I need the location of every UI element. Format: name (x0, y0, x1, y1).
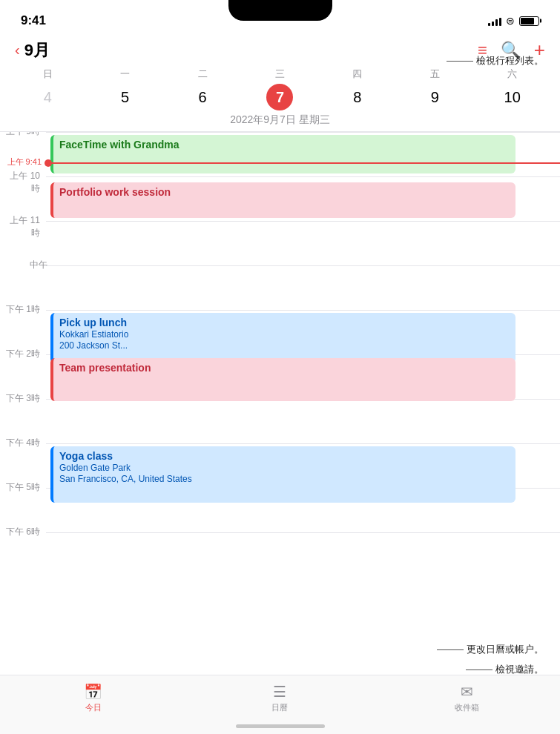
day-col-fri[interactable]: 五 9 (416, 67, 453, 110)
phone-frame: 9:41 ⊜ ‹ 9月 ≡ 🔍 + 日 4 (0, 0, 560, 734)
inbox-icon: ✉ (461, 683, 473, 701)
day-label-sat: 六 (507, 67, 517, 81)
timeline[interactable]: 上午 9時 上午 10時 上午 11時 中午 下午 1時 (0, 132, 560, 562)
notch (228, 0, 332, 21)
wifi-icon: ⊜ (506, 15, 515, 27)
event-yoga-detail1: Golden Gate Park (59, 463, 510, 473)
home-indicator (236, 724, 325, 728)
tab-inbox-label: 收件箱 (455, 702, 479, 713)
tab-inbox[interactable]: ✉ 收件箱 (437, 683, 496, 713)
tab-today[interactable]: 📅 今日 (64, 683, 123, 713)
day-col-wed[interactable]: 三 7 (261, 67, 298, 110)
event-team[interactable]: Team presentation (50, 358, 515, 401)
battery-icon (519, 16, 539, 26)
status-time: 9:41 (21, 13, 46, 28)
day-col-sun[interactable]: 日 4 (29, 67, 66, 110)
day-label-tue: 二 (198, 67, 208, 81)
status-icons: ⊜ (488, 15, 539, 27)
add-event-icon[interactable]: + (534, 39, 545, 62)
date-subtitle: 2022年9月7日 星期三 (0, 113, 560, 127)
day-label-wed: 三 (275, 67, 285, 81)
calendar-icon: ☰ (273, 683, 286, 701)
day-num-5: 5 (112, 84, 139, 110)
day-num-10: 10 (499, 84, 526, 110)
event-portfolio[interactable]: Portfolio work session (50, 182, 515, 218)
day-num-9: 9 (421, 84, 448, 110)
day-num-4: 4 (34, 84, 61, 110)
day-col-sat[interactable]: 六 10 (494, 67, 531, 110)
signal-icon (488, 16, 501, 26)
event-portfolio-title: Portfolio work session (59, 186, 510, 198)
event-facetime[interactable]: FaceTime with Grandma (50, 135, 515, 173)
event-pickup-detail2: 200 Jackson St... (59, 340, 510, 351)
annotation-view-invites-text: 檢視邀請。 (495, 664, 544, 675)
day-label-sun: 日 (43, 67, 53, 81)
event-team-title: Team presentation (59, 362, 510, 374)
day-col-thu[interactable]: 四 8 (339, 67, 376, 110)
day-num-6: 6 (189, 84, 216, 110)
day-col-mon[interactable]: 一 5 (107, 67, 144, 110)
calendar-header: ‹ 9月 ≡ 🔍 + (0, 36, 560, 67)
header-actions: ≡ 🔍 + (478, 39, 545, 62)
day-label-thu: 四 (352, 67, 362, 81)
day-label-fri: 五 (430, 67, 440, 81)
day-num-7: 7 (266, 84, 293, 110)
list-view-icon[interactable]: ≡ (478, 41, 487, 60)
current-time-label: 上午 9:41 (3, 156, 42, 168)
tab-calendar-label: 日曆 (271, 702, 288, 713)
back-arrow[interactable]: ‹ (15, 42, 20, 59)
week-strip: 日 4 一 5 二 6 三 7 四 8 五 9 六 10 (0, 67, 560, 110)
search-icon[interactable]: 🔍 (501, 41, 521, 60)
tab-today-label: 今日 (85, 702, 102, 713)
annotation-change-calendar-text: 更改日曆或帳户。 (467, 644, 544, 655)
annotation-change-calendar: 更改日曆或帳户。 (467, 642, 544, 656)
event-pickup[interactable]: Pick up lunch Kokkari Estiatorio 200 Jac… (50, 313, 515, 363)
month-title: 9月 (24, 39, 50, 62)
event-yoga[interactable]: Yoga class Golden Gate Park San Francisc… (50, 446, 515, 503)
month-nav: ‹ 9月 (15, 39, 50, 62)
event-pickup-detail1: Kokkari Estiatorio (59, 329, 510, 340)
tab-calendar[interactable]: ☰ 日曆 (250, 683, 309, 713)
event-pickup-title: Pick up lunch (59, 317, 510, 328)
event-yoga-detail2: San Francisco, CA, United States (59, 474, 510, 484)
event-facetime-title: FaceTime with Grandma (59, 139, 510, 151)
day-col-tue[interactable]: 二 6 (184, 67, 221, 110)
event-yoga-title: Yoga class (59, 450, 510, 462)
today-icon: 📅 (84, 683, 102, 701)
day-label-mon: 一 (120, 67, 130, 81)
day-num-8: 8 (344, 84, 371, 110)
